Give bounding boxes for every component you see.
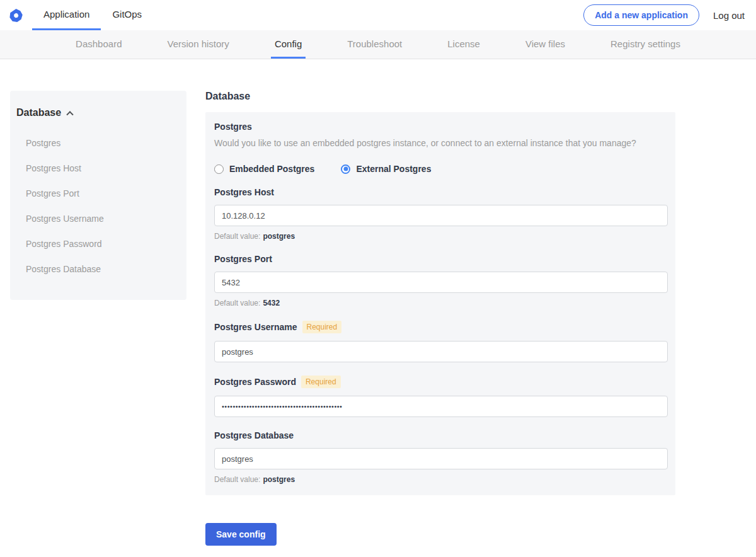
postgres-host-label: Postgres Host — [214, 187, 274, 197]
tab-application[interactable]: Application — [32, 0, 101, 30]
postgres-host-default: Default value:postgres — [214, 232, 668, 241]
sidebar-item-postgres-port[interactable]: Postgres Port — [10, 183, 186, 205]
page-title: Database — [205, 91, 675, 102]
postgres-username-label: Postgres Username — [214, 322, 297, 332]
sidebar-item-list: Postgres Postgres Host Postgres Port Pos… — [10, 132, 186, 280]
subnav-view-files-label: View files — [522, 30, 569, 59]
config-sidebar: Database Postgres Postgres Host Postgres… — [10, 91, 186, 300]
postgres-username-input[interactable] — [214, 341, 668, 362]
postgres-password-label: Postgres Password — [214, 377, 296, 387]
postgres-host-input[interactable] — [214, 205, 668, 226]
tab-gitops-label: GitOps — [112, 9, 142, 20]
postgres-group-help: Would you like to use an embedded postgr… — [214, 137, 668, 149]
subnav-registry-settings-label: Registry settings — [607, 30, 684, 59]
field-postgres-password: Postgres Password Required — [214, 376, 668, 417]
postgres-port-input[interactable] — [214, 272, 668, 293]
radio-checked-icon[interactable] — [341, 164, 350, 174]
subnav-config[interactable]: Config — [252, 30, 324, 59]
top-tab-bar: Application GitOps — [32, 0, 153, 30]
sidebar-item-postgres-database[interactable]: Postgres Database — [10, 258, 186, 280]
postgres-password-input[interactable] — [214, 396, 668, 417]
radio-unchecked-icon[interactable] — [214, 164, 224, 174]
header-right: Add a new application Log out — [583, 0, 756, 30]
postgres-mode-radio-group: Embedded Postgres External Postgres — [214, 164, 668, 174]
required-badge: Required — [301, 376, 341, 388]
subnav-troubleshoot-label: Troubleshoot — [343, 30, 406, 59]
subnav-registry-settings[interactable]: Registry settings — [588, 30, 703, 59]
postgres-database-default: Default value:postgres — [214, 475, 668, 484]
subnav-version-history[interactable]: Version history — [144, 30, 251, 59]
subnav-troubleshoot[interactable]: Troubleshoot — [324, 30, 425, 59]
sidebar-item-postgres[interactable]: Postgres — [10, 132, 186, 154]
subnav-version-history-label: Version history — [163, 30, 232, 59]
radio-external-postgres-label: External Postgres — [356, 164, 431, 174]
config-content: Database Postgres Would you like to use … — [205, 91, 675, 546]
radio-embedded-postgres-label: Embedded Postgres — [229, 164, 314, 174]
top-header: Application GitOps Add a new application… — [0, 0, 756, 30]
field-postgres-port: Postgres Port Default value:5432 — [214, 254, 668, 307]
postgres-port-default: Default value:5432 — [214, 299, 668, 307]
postgres-database-label: Postgres Database — [214, 430, 294, 440]
subnav-license-label: License — [444, 30, 484, 59]
kots-logo-icon — [9, 8, 23, 23]
default-value: postgres — [263, 475, 295, 484]
default-label: Default value: — [214, 299, 260, 307]
required-badge: Required — [302, 321, 342, 333]
sidebar-item-postgres-host[interactable]: Postgres Host — [10, 158, 186, 180]
default-value: 5432 — [263, 299, 280, 307]
field-postgres-username: Postgres Username Required — [214, 321, 668, 362]
subnav-view-files[interactable]: View files — [503, 30, 588, 59]
tab-application-label: Application — [43, 9, 89, 20]
postgres-database-input[interactable] — [214, 448, 668, 469]
field-postgres-host: Postgres Host Default value:postgres — [214, 187, 668, 241]
sidebar-group-label: Database — [16, 107, 61, 118]
radio-external-postgres[interactable]: External Postgres — [341, 164, 431, 174]
postgres-port-label: Postgres Port — [214, 254, 272, 264]
app-logo[interactable] — [8, 0, 32, 30]
field-postgres-database: Postgres Database Default value:postgres — [214, 430, 668, 484]
sidebar-item-postgres-password[interactable]: Postgres Password — [10, 233, 186, 255]
subnav-dashboard-label: Dashboard — [72, 30, 125, 59]
subnav-license[interactable]: License — [425, 30, 503, 59]
tab-gitops[interactable]: GitOps — [101, 0, 153, 30]
postgres-group-label: Postgres — [214, 122, 668, 132]
database-config-panel: Postgres Would you like to use an embedd… — [205, 112, 675, 495]
radio-embedded-postgres[interactable]: Embedded Postgres — [214, 164, 314, 174]
default-label: Default value: — [214, 475, 260, 484]
save-config-button[interactable]: Save config — [205, 523, 277, 546]
sidebar-item-postgres-username[interactable]: Postgres Username — [10, 208, 186, 230]
logout-button[interactable]: Log out — [713, 10, 745, 21]
sidebar-group-database[interactable]: Database — [10, 107, 186, 118]
subnav-config-label: Config — [271, 30, 306, 59]
chevron-up-icon — [66, 111, 73, 118]
subnav-dashboard[interactable]: Dashboard — [53, 30, 144, 59]
add-application-button[interactable]: Add a new application — [583, 4, 699, 26]
default-value: postgres — [263, 232, 295, 241]
config-page: Database Postgres Postgres Host Postgres… — [0, 59, 756, 546]
default-label: Default value: — [214, 232, 260, 241]
app-subnav: Dashboard Version history Config Trouble… — [0, 30, 756, 59]
